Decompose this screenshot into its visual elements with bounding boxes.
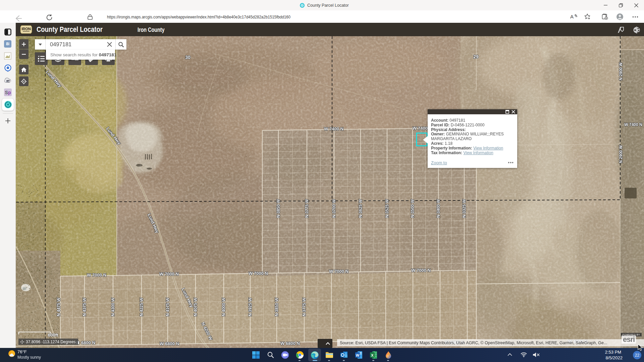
svg-text:N 3775 W: N 3775 W	[302, 298, 307, 316]
svg-text:W 7400 N: W 7400 N	[324, 126, 343, 131]
svg-text:N 3850 W: N 3850 W	[276, 199, 281, 218]
svg-text:X: X	[371, 353, 374, 357]
svg-text:N 4375 W: N 4375 W	[82, 298, 87, 316]
svg-text:6800 N: 6800 N	[81, 340, 95, 345]
svg-text:N 3525 W: N 3525 W	[385, 199, 389, 218]
svg-text:N 4225 W: N 4225 W	[139, 298, 144, 316]
svg-text:N 2900 W: N 2900 W	[619, 62, 623, 80]
svg-text:N 3775 W: N 3775 W	[305, 199, 309, 218]
svg-text:W 6800 N: W 6800 N	[280, 341, 300, 346]
svg-text:29: 29	[473, 54, 479, 59]
svg-text:N 2900 W: N 2900 W	[619, 145, 623, 163]
svg-text:W: W	[356, 353, 360, 357]
svg-text:N 3625 W: N 3625 W	[358, 199, 363, 218]
svg-text:N 4000 W: N 4000 W	[221, 298, 226, 316]
svg-text:N 3925 W: N 3925 W	[248, 298, 253, 316]
svg-text:W 7000 N: W 7000 N	[249, 271, 268, 276]
svg-text:IRON: IRON	[21, 27, 31, 31]
svg-text:W 7000 N: W 7000 N	[411, 268, 431, 273]
svg-text:N 4175 W: N 4175 W	[165, 298, 170, 316]
svg-text:W 7000 N: W 7000 N	[159, 272, 179, 277]
svg-text:W 7000 N: W 7000 N	[87, 273, 106, 278]
svg-text:30: 30	[185, 55, 191, 60]
svg-text:W 7400 N: W 7400 N	[624, 122, 642, 127]
svg-text:W 7000 N: W 7000 N	[329, 269, 348, 274]
svg-text:N 3700 W: N 3700 W	[332, 199, 336, 218]
svg-text:N 3400 W: N 3400 W	[436, 199, 441, 218]
svg-text:N 4075 W: N 4075 W	[193, 298, 198, 316]
svg-text:N 4300 W: N 4300 W	[111, 298, 115, 316]
svg-text:N 3850 W: N 3850 W	[274, 298, 279, 316]
svg-text:N 3325 W: N 3325 W	[462, 199, 467, 218]
svg-text:N 4475 W: N 4475 W	[56, 298, 61, 316]
svg-text:LAB: LAB	[7, 80, 10, 82]
svg-text:W 6800 N: W 6800 N	[160, 341, 179, 346]
svg-text:A: A	[570, 14, 574, 19]
svg-text:N 3500 W: N 3500 W	[410, 199, 415, 218]
